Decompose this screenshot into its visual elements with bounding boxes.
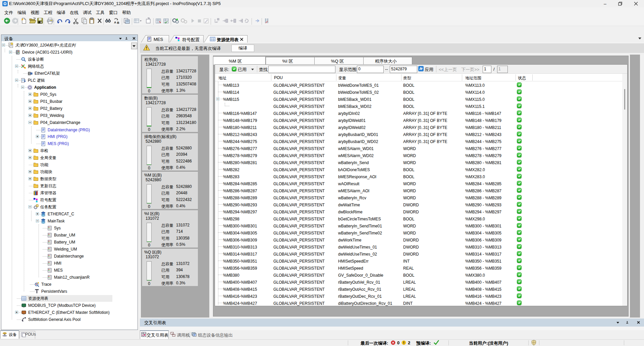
svg-text:A: A <box>114 21 116 24</box>
svg-text:B: B <box>117 21 119 24</box>
